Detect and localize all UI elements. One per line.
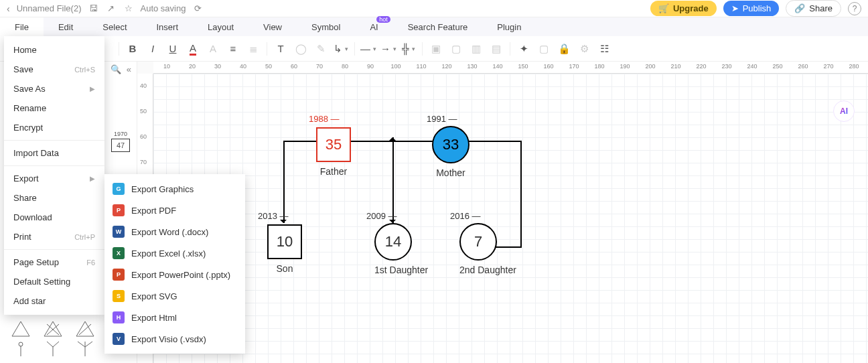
export-export-visio-vsdx-[interactable]: VExport Visio (.vsdx) [104,328,245,350]
menu-layout[interactable]: Layout [193,17,248,36]
connector-style-button[interactable]: ↳▾ [332,40,350,58]
son-node[interactable]: 10 Son [267,224,302,274]
lock-button[interactable]: 🔒 [555,40,573,58]
mother-node[interactable]: 33 Mother [432,126,469,178]
menu-view[interactable]: View [248,17,297,36]
svg-line-5 [79,324,91,335]
triangle-symbol[interactable] [11,320,31,338]
container-button[interactable]: ▢ [447,40,465,58]
back-chevron-icon[interactable]: ‹ [7,3,10,14]
effects-button[interactable]: ✦ [514,40,533,58]
menu-plugin[interactable]: Plugin [482,17,536,36]
daughter1-node[interactable]: 14 1st Daughter [374,223,428,275]
connector-line [283,141,317,142]
triangle-slash-symbol[interactable] [75,320,95,338]
filetype-icon: W [113,226,125,238]
menu-ai[interactable]: AIhot [355,17,392,36]
file-menu-save-as[interactable]: Save As▶ [4,79,104,98]
underline-button[interactable]: U [163,40,182,58]
file-menu-default-setting[interactable]: Default Setting [4,272,104,291]
shape-fill-button[interactable]: ◯ [291,40,310,58]
canvas-area: 1020304050607080901001101201301401501601… [137,62,868,363]
highlight-button[interactable]: A [204,40,222,58]
export-export-pdf[interactable]: PExport PDF [104,200,245,221]
italic-button[interactable]: I [143,40,162,58]
menu-bar: FileEditSelectInsertLayoutViewSymbolAIho… [0,17,868,36]
layers-button[interactable]: ☷ [595,40,613,58]
year-label: 2009 — [366,211,397,221]
line-jump-button[interactable]: ╬▾ [399,40,418,58]
upgrade-button[interactable]: 🛒 Upgrade [650,1,717,16]
align-button[interactable]: ≡ [224,40,242,58]
share-button[interactable]: 🔗 Share [786,0,841,17]
triangle-x-symbol[interactable] [43,320,63,338]
search-sidebar-icon[interactable]: 🔍 [111,64,121,74]
file-menu-share[interactable]: Share [4,188,104,208]
distribute-button[interactable]: ▤ [487,40,506,58]
line-style-button[interactable]: —▾ [359,40,378,58]
line-color-button[interactable]: ✎ [311,40,330,58]
crop-button[interactable]: ▢ [534,40,553,58]
file-menu-export[interactable]: Export▶ [4,169,104,188]
autosave-label: Auto saving [141,3,186,13]
export-export-powerpoint-pptx-[interactable]: PExport PowerPoint (.pptx) [104,264,245,285]
help-button[interactable]: ? [848,2,861,15]
year-label: 2016 — [450,211,481,221]
export-export-excel-xlsx-[interactable]: XExport Excel (.xlsx) [104,242,245,264]
font-color-button[interactable]: A [184,40,202,58]
branch-symbol-2[interactable] [43,340,63,356]
arrow-style-button[interactable]: →▾ [379,40,398,58]
arrowhead-icon [389,134,396,141]
shape-preview: 1970 47 [107,131,134,153]
daughter2-node[interactable]: 7 2nd Daughter [459,223,516,275]
menu-file[interactable]: File [0,17,44,36]
file-menu-encrypt[interactable]: Encrypt [4,118,104,137]
file-menu-save[interactable]: SaveCtrl+S [4,60,104,79]
svg-marker-1 [44,321,62,336]
menu-insert[interactable]: Insert [142,17,194,36]
file-menu-rename[interactable]: Rename [4,98,104,118]
filetype-icon: S [113,290,125,302]
align-objects-button[interactable]: ▥ [467,40,486,58]
menu-search-feature[interactable]: Search Feature [393,17,483,36]
export-export-graphics[interactable]: GExport Graphics [104,178,245,200]
sync-spinner-icon: ⟳ [192,3,203,14]
publish-button[interactable]: ➤ Publish [723,1,780,16]
file-menu-home[interactable]: Home [4,40,104,60]
export-export-word-docx-[interactable]: WExport Word (.docx) [104,221,245,242]
file-menu-dropdown: HomeSaveCtrl+SSave As▶RenameEncryptImpor… [4,36,104,315]
text-tool-button[interactable]: T [271,40,290,58]
svg-marker-0 [12,321,29,336]
menu-symbol[interactable]: Symbol [297,17,355,36]
file-menu-add-star[interactable]: Add star [4,291,104,311]
filetype-icon: G [113,183,125,195]
star-icon[interactable]: ☆ [123,3,134,14]
collapse-sidebar-icon[interactable]: « [127,64,131,74]
export-export-html[interactable]: HExport Html [104,307,245,328]
image-button[interactable]: ▣ [427,40,445,58]
filetype-icon: P [113,204,125,216]
menu-edit[interactable]: Edit [44,17,88,36]
list-button[interactable]: ≣ [244,40,263,58]
hot-badge: hot [376,16,390,23]
file-menu-page-setup[interactable]: Page SetupF6 [4,252,104,272]
file-menu-import-data[interactable]: Import Data [4,143,104,163]
menu-select[interactable]: Select [88,17,141,36]
branch-symbol-1[interactable] [11,340,31,356]
export-export-svg[interactable]: SExport SVG [104,285,245,307]
export-submenu: GExport GraphicsPExport PDFWExport Word … [104,174,245,354]
file-menu-download[interactable]: Download [4,208,104,227]
drawing-canvas[interactable]: AI 1988 — 35 Father 1991 — 33 Mother 201… [153,74,868,363]
branch-symbol-3[interactable] [75,340,95,356]
file-name: Unnamed File(2) [17,3,82,13]
father-node[interactable]: 35 Father [316,127,351,177]
bold-button[interactable]: B [123,40,142,58]
connector-line [520,141,522,248]
svg-line-10 [53,342,59,347]
open-external-icon[interactable]: ↗ [106,3,117,14]
ai-assistant-badge[interactable]: AI [833,100,855,122]
save-indicator-icon[interactable]: 🖫 [88,3,99,14]
tools-button[interactable]: ⚙ [575,40,593,58]
connector-line [392,137,394,223]
file-menu-print[interactable]: PrintCtrl+P [4,227,104,246]
